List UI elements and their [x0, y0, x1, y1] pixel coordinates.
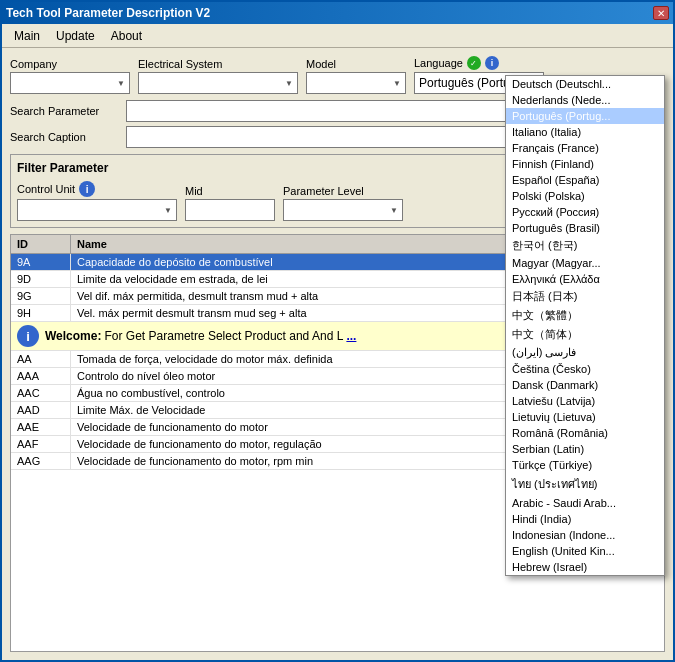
cell-id: AAE: [11, 419, 71, 435]
cell-id: AAF: [11, 436, 71, 452]
language-option-thai[interactable]: ไทย (ประเทศไทย): [506, 473, 664, 495]
model-group: Model ▼: [306, 58, 406, 94]
language-option-arabic[interactable]: Arabic - Saudi Arab...: [506, 495, 664, 511]
column-header-id: ID: [11, 235, 71, 253]
language-option-chinese_trad[interactable]: 中文（繁體）: [506, 306, 664, 325]
language-option-italiano[interactable]: Italiano (Italia): [506, 124, 664, 140]
parameter-level-dropdown[interactable]: ▼: [283, 199, 403, 221]
language-option-japanese[interactable]: 日本語 (日本): [506, 287, 664, 306]
control-unit-label-row: Control Unit i: [17, 181, 177, 197]
language-selected-value: Português (Portug: [419, 76, 516, 90]
info-link[interactable]: ...: [346, 329, 356, 343]
language-option-czech[interactable]: Čeština (Česko): [506, 361, 664, 377]
title-bar: Tech Tool Parameter Description V2 ✕: [2, 2, 673, 24]
cell-id: 9H: [11, 305, 71, 321]
main-window: Tech Tool Parameter Description V2 ✕ Mai…: [0, 0, 675, 662]
welcome-label: Welcome:: [45, 329, 101, 343]
language-option-polski[interactable]: Polski (Polska): [506, 188, 664, 204]
language-option-danish[interactable]: Dansk (Danmark): [506, 377, 664, 393]
language-option-latvian[interactable]: Latviešu (Latvija): [506, 393, 664, 409]
language-option-turkish[interactable]: Türkçe (Türkiye): [506, 457, 664, 473]
language-options-list: Deutsch (Deutschl...Nederlands (Nede...P…: [506, 76, 664, 575]
language-option-francais[interactable]: Français (France): [506, 140, 664, 156]
language-option-english[interactable]: English (United Kin...: [506, 543, 664, 559]
language-popup: Deutsch (Deutschl...Nederlands (Nede...P…: [505, 75, 665, 576]
info-row-text: Welcome: For Get Parametre Select Produc…: [45, 329, 356, 343]
control-unit-label: Control Unit: [17, 183, 75, 195]
language-option-portugues_pt[interactable]: Português (Portug...: [506, 108, 664, 124]
electrical-system-dropdown[interactable]: ▼: [138, 72, 298, 94]
language-option-deutsch[interactable]: Deutsch (Deutschl...: [506, 76, 664, 92]
language-option-korean[interactable]: 한국어 (한국): [506, 236, 664, 255]
company-dropdown[interactable]: ▼: [10, 72, 130, 94]
cell-id: AA: [11, 351, 71, 367]
window-title: Tech Tool Parameter Description V2: [6, 6, 210, 20]
parameter-level-arrow-icon: ▼: [390, 206, 398, 215]
cell-id: 9G: [11, 288, 71, 304]
language-info-icon[interactable]: i: [485, 56, 499, 70]
cell-id: 9D: [11, 271, 71, 287]
cell-id: AAD: [11, 402, 71, 418]
search-caption-label: Search Caption: [10, 131, 120, 143]
company-label: Company: [10, 58, 130, 70]
cell-id: 9A: [11, 254, 71, 270]
language-option-portugues_br[interactable]: Português (Brasil): [506, 220, 664, 236]
electrical-system-label: Electrical System: [138, 58, 298, 70]
language-option-espanol[interactable]: Español (España): [506, 172, 664, 188]
company-arrow-icon: ▼: [117, 79, 125, 88]
menu-bar: Main Update About: [2, 24, 673, 48]
mid-group: Mid: [185, 185, 275, 221]
language-option-serbian[interactable]: Serbian (Latin): [506, 441, 664, 457]
cell-id: AAA: [11, 368, 71, 384]
info-message: For Get Parametre Select Product and And…: [105, 329, 344, 343]
cell-id: AAC: [11, 385, 71, 401]
mid-label: Mid: [185, 185, 275, 197]
parameter-level-group: Parameter Level ▼: [283, 185, 403, 221]
parameter-level-label: Parameter Level: [283, 185, 403, 197]
language-option-hindi[interactable]: Hindi (India): [506, 511, 664, 527]
control-unit-arrow-icon: ▼: [164, 206, 172, 215]
menu-about[interactable]: About: [103, 27, 150, 45]
model-arrow-icon: ▼: [393, 79, 401, 88]
language-option-romanian[interactable]: Română (România): [506, 425, 664, 441]
language-option-indonesian[interactable]: Indonesian (Indone...: [506, 527, 664, 543]
menu-main[interactable]: Main: [6, 27, 48, 45]
language-option-chinese_simp[interactable]: 中文（简体）: [506, 325, 664, 344]
language-option-russian[interactable]: Русский (Россия): [506, 204, 664, 220]
mid-input[interactable]: [185, 199, 275, 221]
model-dropdown[interactable]: ▼: [306, 72, 406, 94]
language-option-finnish[interactable]: Finnish (Finland): [506, 156, 664, 172]
language-option-farsi[interactable]: فارسی (ایران): [506, 344, 664, 361]
language-option-greek[interactable]: Ελληνικά (Ελλάδα: [506, 271, 664, 287]
language-label: Language: [414, 57, 463, 69]
model-label: Model: [306, 58, 406, 70]
close-button[interactable]: ✕: [653, 6, 669, 20]
company-group: Company ▼: [10, 58, 130, 94]
language-option-lithuanian[interactable]: Lietuvių (Lietuva): [506, 409, 664, 425]
language-option-hebrew[interactable]: Hebrew (Israel): [506, 559, 664, 575]
control-unit-dropdown[interactable]: ▼: [17, 199, 177, 221]
language-option-nederlands[interactable]: Nederlands (Nede...: [506, 92, 664, 108]
language-status-icon: ✓: [467, 56, 481, 70]
electrical-system-group: Electrical System ▼: [138, 58, 298, 94]
control-unit-info-icon[interactable]: i: [79, 181, 95, 197]
search-parameter-label: Search Parameter: [10, 105, 120, 117]
electrical-system-arrow-icon: ▼: [285, 79, 293, 88]
language-label-row: Language ✓ i: [414, 56, 544, 70]
menu-update[interactable]: Update: [48, 27, 103, 45]
language-option-magyar[interactable]: Magyar (Magyar...: [506, 255, 664, 271]
cell-id: AAG: [11, 453, 71, 469]
control-unit-group: Control Unit i ▼: [17, 181, 177, 221]
info-row-icon: i: [17, 325, 39, 347]
